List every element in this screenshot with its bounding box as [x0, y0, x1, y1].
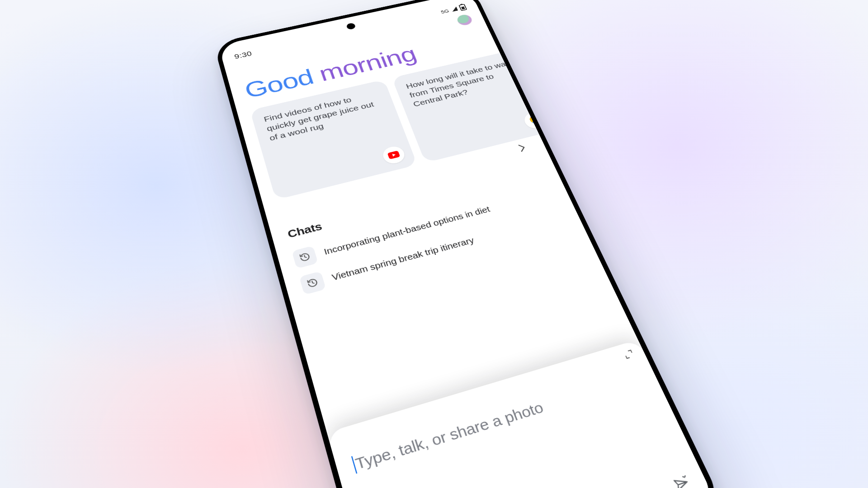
history-icon [299, 271, 326, 295]
suggestion-card-peek[interactable]: H [526, 42, 590, 128]
youtube-icon [381, 145, 407, 165]
svg-point-1 [533, 118, 537, 121]
suggestion-card-videos[interactable]: Find videos of how to quickly get grape … [250, 80, 418, 200]
phone-frame: 9:30 5G Good morning Find v [213, 0, 726, 488]
chevron-right-icon[interactable] [514, 143, 532, 155]
input-sheet[interactable]: Type, talk, or share a photo [327, 339, 718, 488]
send-icon[interactable] [671, 474, 693, 488]
suggestion-card-text: H [533, 52, 542, 60]
history-icon [292, 246, 318, 269]
expand-icon[interactable] [623, 350, 636, 361]
suggestion-card-text: How long will it take to walk from Times… [405, 59, 513, 108]
input-placeholder: Type, talk, or share a photo [354, 399, 546, 473]
suggestion-card-walk-time[interactable]: How long will it take to walk from Times… [392, 49, 558, 163]
suggestion-card-text: Find videos of how to quickly get grape … [263, 96, 375, 142]
profile-avatar[interactable] [456, 14, 474, 26]
maps-icon [522, 111, 548, 131]
text-cursor [351, 456, 357, 474]
svg-point-2 [684, 477, 685, 478]
phone-screen: 9:30 5G Good morning Find v [218, 0, 718, 488]
chat-row-label: Vietnam spring break trip itinerary [331, 235, 476, 282]
signal-icon [451, 7, 458, 12]
